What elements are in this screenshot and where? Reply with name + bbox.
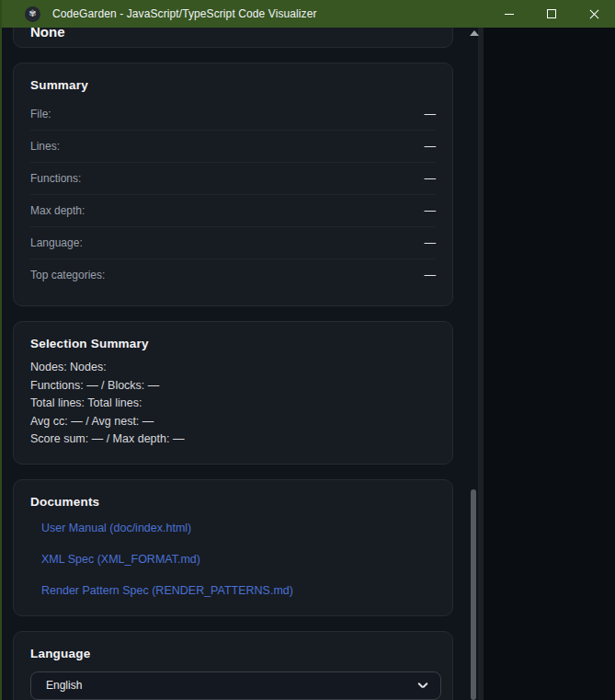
documents-links: User Manual (doc/index.html) XML Spec (X…	[30, 522, 436, 597]
window-title: CodeGarden - JavaScript/TypeScript Code …	[52, 7, 317, 20]
summary-value: —	[425, 108, 437, 120]
summary-label: File:	[30, 108, 51, 120]
summary-value: —	[425, 172, 437, 185]
doc-link-user-manual[interactable]: User Manual (doc/index.html)	[41, 522, 436, 534]
window-controls	[488, 0, 615, 28]
selection-summary-lines: Nodes: Nodes: Functions: — / Blocks: — T…	[30, 359, 436, 449]
language-selected-value: English	[46, 679, 418, 692]
sidebar-panels: None Summary File: — Lines: —	[2, 28, 478, 700]
summary-row-file: File: —	[30, 98, 436, 131]
selection-summary-line: Score sum: — / Max depth: —	[30, 430, 436, 449]
app-window: ✾ CodeGarden - JavaScript/TypeScript Cod…	[0, 0, 615, 700]
sidebar: None Summary File: — Lines: —	[2, 28, 478, 700]
summary-label: Top categories:	[30, 269, 105, 281]
panel-documents: Documents User Manual (doc/index.html) X…	[13, 479, 453, 616]
summary-label: Lines:	[30, 140, 60, 153]
minimize-icon	[505, 14, 514, 15]
summary-row-top-categories: Top categories: —	[30, 259, 436, 291]
app-body: None Summary File: — Lines: —	[2, 28, 615, 700]
minimize-button[interactable]	[488, 0, 530, 28]
summary-row-language: Language: —	[30, 227, 436, 259]
app-logo-icon: ✾	[25, 6, 40, 22]
chevron-down-icon	[418, 683, 427, 688]
language-title: Language	[30, 647, 436, 660]
summary-value: —	[425, 204, 437, 217]
close-button[interactable]	[573, 0, 615, 28]
summary-label: Language:	[30, 236, 83, 249]
selection-summary-line: Functions: — / Blocks: —	[30, 377, 436, 396]
clipped-panel-text: None	[30, 28, 65, 40]
scrollbar-up-arrow-icon[interactable]	[470, 30, 479, 36]
panel-selection-summary: Selection Summary Nodes: Nodes: Function…	[13, 321, 453, 465]
selection-summary-line: Avg cc: — / Avg nest: —	[30, 413, 436, 431]
selection-summary-title: Selection Summary	[30, 337, 436, 350]
summary-row-lines: Lines: —	[30, 131, 436, 163]
selection-summary-line: Total lines: Total lines:	[30, 395, 436, 413]
panel-clipped-top: None	[13, 28, 453, 48]
panel-summary: Summary File: — Lines: — Functions: —	[13, 63, 453, 306]
maximize-button[interactable]	[530, 0, 573, 28]
close-icon	[589, 9, 599, 19]
summary-row-max-depth: Max depth: —	[30, 195, 436, 227]
language-select[interactable]: English	[30, 671, 441, 700]
panel-language: Language English	[13, 631, 453, 700]
summary-label: Max depth:	[30, 204, 85, 217]
doc-link-xml-spec[interactable]: XML Spec (XML_FORMAT.md)	[41, 553, 436, 566]
titlebar: ✾ CodeGarden - JavaScript/TypeScript Cod…	[2, 0, 615, 28]
summary-title: Summary	[30, 78, 436, 92]
summary-row-functions: Functions: —	[30, 163, 436, 195]
scrollbar-thumb[interactable]	[471, 489, 476, 700]
doc-link-render-pattern-spec[interactable]: Render Pattern Spec (RENDER_PATTERNS.md)	[41, 584, 436, 597]
summary-rows: File: — Lines: — Functions: — Max dept	[30, 98, 436, 291]
summary-value: —	[425, 236, 437, 249]
summary-value: —	[425, 269, 437, 281]
summary-label: Functions:	[30, 172, 81, 185]
visualization-canvas[interactable]	[484, 28, 615, 700]
maximize-icon	[547, 9, 556, 18]
summary-value: —	[425, 140, 437, 153]
documents-title: Documents	[30, 495, 436, 509]
selection-summary-line: Nodes: Nodes:	[30, 359, 436, 377]
